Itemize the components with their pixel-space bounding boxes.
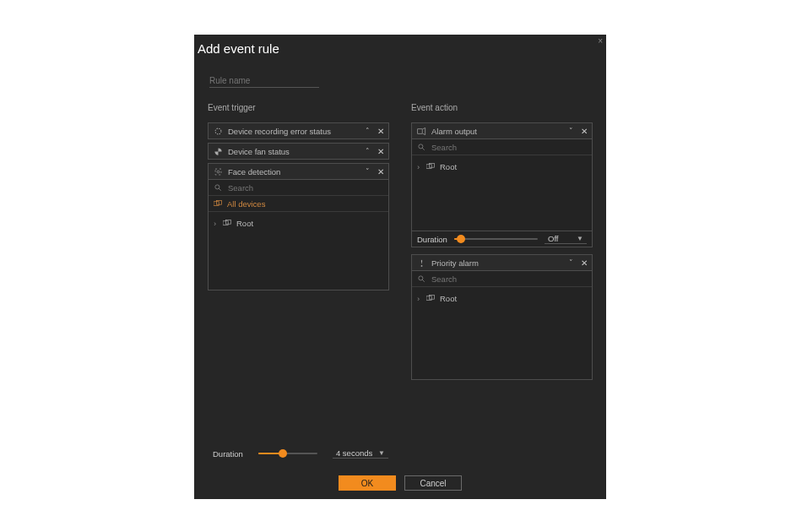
trigger-detail-panel: All devices › Root xyxy=(208,180,389,290)
tree-root-label: Root xyxy=(440,294,457,303)
svg-line-4 xyxy=(219,188,221,191)
trigger-search-input[interactable] xyxy=(226,182,383,193)
action-item-label: Alarm output xyxy=(431,127,561,136)
svg-rect-1 xyxy=(215,169,221,175)
all-devices-icon xyxy=(214,200,223,208)
action-priority-panel: › Root xyxy=(411,271,593,380)
search-icon xyxy=(214,183,222,192)
expand-icon[interactable]: › xyxy=(417,162,422,171)
trigger-header: Event trigger xyxy=(208,103,389,112)
rule-name-input[interactable] xyxy=(209,74,319,88)
expand-icon[interactable]: ˅ xyxy=(566,258,575,267)
svg-line-16 xyxy=(422,280,425,282)
action-tree: › Root xyxy=(412,287,592,379)
svg-point-2 xyxy=(217,171,219,173)
fan-icon xyxy=(214,147,223,156)
search-icon xyxy=(417,274,425,283)
action-duration-slider[interactable] xyxy=(454,235,538,243)
remove-icon[interactable]: ✕ xyxy=(377,167,385,176)
alarm-output-icon xyxy=(417,127,426,136)
svg-rect-9 xyxy=(418,128,423,133)
trigger-search-row xyxy=(209,180,388,195)
trigger-item-face-detection[interactable]: Face detection ˅ ✕ xyxy=(208,163,389,180)
remove-icon[interactable]: ✕ xyxy=(580,127,588,136)
collapse-icon[interactable]: ˄ xyxy=(363,127,371,135)
devices-icon xyxy=(426,295,436,302)
footer-duration-select[interactable]: 4 seconds ▼ xyxy=(333,448,388,459)
svg-point-10 xyxy=(419,144,423,149)
remove-icon[interactable]: ✕ xyxy=(580,258,588,268)
action-search-row xyxy=(412,271,592,286)
dialog-buttons: OK Cancel xyxy=(194,475,606,491)
duration-label: Duration xyxy=(417,235,447,244)
cancel-button[interactable]: Cancel xyxy=(404,475,462,491)
trigger-item-recording-error[interactable]: Device recording error status ˄ ✕ xyxy=(208,122,389,139)
add-event-rule-dialog: × Add event rule Event trigger Device re… xyxy=(194,35,606,499)
collapse-icon[interactable]: ˄ xyxy=(363,147,371,155)
event-trigger-column: Event trigger Device recording error sta… xyxy=(208,103,389,383)
priority-alarm-icon xyxy=(417,258,426,268)
face-detection-icon xyxy=(214,167,223,176)
all-devices-label: All devices xyxy=(227,199,265,209)
action-item-priority-alarm[interactable]: Priority alarm ˅ ✕ xyxy=(411,254,593,271)
action-search-input[interactable] xyxy=(430,274,587,285)
svg-point-14 xyxy=(421,265,423,267)
trigger-tree: › Root xyxy=(209,212,388,290)
trigger-item-label: Device fan status xyxy=(228,147,358,156)
dropdown-icon: ▼ xyxy=(378,449,385,457)
dropdown-icon: ▼ xyxy=(577,235,583,242)
search-icon xyxy=(417,143,425,151)
footer-duration-slider[interactable] xyxy=(258,449,317,458)
devices-icon xyxy=(426,163,436,171)
action-header: Event action xyxy=(411,103,593,112)
action-alarm-panel: › Root xyxy=(411,139,593,231)
action-duration-select[interactable]: Off ▼ xyxy=(545,234,587,244)
action-duration-row: Duration Off ▼ xyxy=(411,231,593,247)
tree-root-row[interactable]: › Root xyxy=(214,217,383,230)
duration-label: Duration xyxy=(213,449,243,459)
footer-duration-row: Duration 4 seconds ▼ xyxy=(213,448,388,459)
remove-icon[interactable]: ✕ xyxy=(377,147,385,156)
expand-icon[interactable]: › xyxy=(417,294,422,303)
tree-root-row[interactable]: › Root xyxy=(417,292,587,305)
tree-root-row[interactable]: › Root xyxy=(417,160,587,173)
action-search-input[interactable] xyxy=(430,142,587,153)
expand-icon[interactable]: ˅ xyxy=(363,167,371,176)
svg-point-3 xyxy=(215,185,219,189)
action-item-alarm-output[interactable]: Alarm output ˅ ✕ xyxy=(411,122,593,139)
duration-value: Off xyxy=(548,234,559,243)
svg-point-0 xyxy=(215,128,221,134)
event-action-column: Event action Alarm output ˅ ✕ xyxy=(411,103,593,383)
devices-icon xyxy=(223,220,232,227)
ok-button[interactable]: OK xyxy=(339,475,396,491)
remove-icon[interactable]: ✕ xyxy=(377,127,385,136)
trigger-item-label: Device recording error status xyxy=(228,127,358,136)
tree-root-label: Root xyxy=(236,219,253,228)
action-item-label: Priority alarm xyxy=(431,258,561,268)
all-devices-row[interactable]: All devices xyxy=(209,195,388,212)
action-search-row xyxy=(412,139,592,155)
expand-icon[interactable]: › xyxy=(214,219,219,228)
svg-line-11 xyxy=(422,148,425,150)
trigger-item-label: Face detection xyxy=(228,167,358,176)
trigger-item-fan-status[interactable]: Device fan status ˄ ✕ xyxy=(208,143,389,160)
close-icon[interactable]: × xyxy=(598,36,603,46)
tree-root-label: Root xyxy=(440,162,457,171)
recording-error-icon xyxy=(214,127,223,136)
action-tree: › Root xyxy=(412,155,592,231)
svg-point-15 xyxy=(419,276,423,280)
dialog-title: Add event rule xyxy=(194,35,606,56)
expand-icon[interactable]: ˅ xyxy=(566,127,575,135)
duration-value: 4 seconds xyxy=(336,448,372,458)
